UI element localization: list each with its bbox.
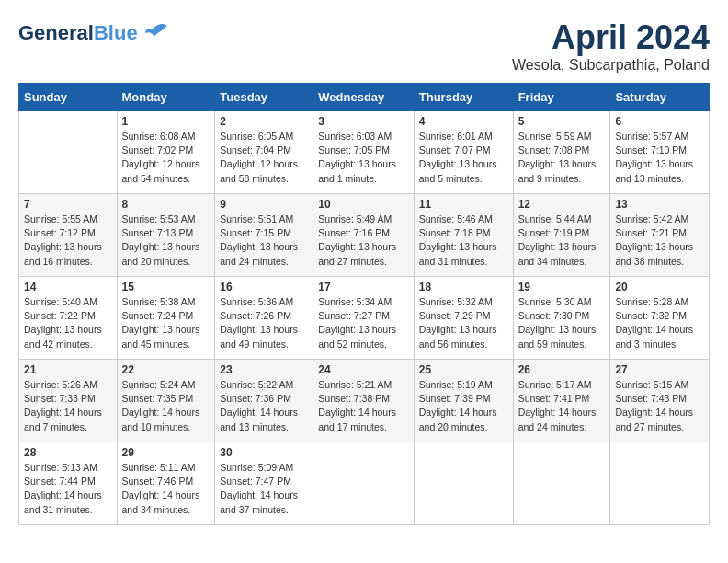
day-info: Sunrise: 6:01 AM Sunset: 7:07 PM Dayligh… xyxy=(419,130,508,186)
weekday-header-tuesday: Tuesday xyxy=(215,84,313,111)
calendar-body: 1Sunrise: 6:08 AM Sunset: 7:02 PM Daylig… xyxy=(19,111,710,525)
day-number: 14 xyxy=(24,281,112,293)
day-info: Sunrise: 5:49 AM Sunset: 7:16 PM Dayligh… xyxy=(318,213,408,269)
calendar-cell: 29Sunrise: 5:11 AM Sunset: 7:46 PM Dayli… xyxy=(117,442,215,525)
day-number: 5 xyxy=(518,115,606,128)
calendar-cell: 16Sunrise: 5:36 AM Sunset: 7:26 PM Dayli… xyxy=(215,277,313,360)
month-title: April 2024 xyxy=(512,18,710,57)
weekday-header-wednesday: Wednesday xyxy=(313,84,414,111)
day-number: 4 xyxy=(419,115,508,128)
calendar-cell: 25Sunrise: 5:19 AM Sunset: 7:39 PM Dayli… xyxy=(414,360,513,442)
day-info: Sunrise: 5:17 AM Sunset: 7:41 PM Dayligh… xyxy=(518,378,606,434)
location: Wesola, Subcarpathia, Poland xyxy=(512,57,710,74)
day-number: 29 xyxy=(122,446,210,459)
calendar-cell: 23Sunrise: 5:22 AM Sunset: 7:36 PM Dayli… xyxy=(215,360,313,442)
day-info: Sunrise: 5:11 AM Sunset: 7:46 PM Dayligh… xyxy=(122,461,210,517)
day-number: 18 xyxy=(419,281,508,293)
day-info: Sunrise: 6:03 AM Sunset: 7:05 PM Dayligh… xyxy=(318,130,408,186)
calendar-cell: 28Sunrise: 5:13 AM Sunset: 7:44 PM Dayli… xyxy=(19,442,118,525)
day-info: Sunrise: 6:05 AM Sunset: 7:04 PM Dayligh… xyxy=(220,130,308,186)
calendar-cell xyxy=(19,111,118,194)
day-number: 2 xyxy=(220,115,308,128)
day-info: Sunrise: 5:26 AM Sunset: 7:33 PM Dayligh… xyxy=(24,378,112,434)
day-info: Sunrise: 5:32 AM Sunset: 7:29 PM Dayligh… xyxy=(419,295,508,351)
calendar-cell: 4Sunrise: 6:01 AM Sunset: 7:07 PM Daylig… xyxy=(414,111,513,194)
calendar-cell: 19Sunrise: 5:30 AM Sunset: 7:30 PM Dayli… xyxy=(513,277,610,360)
calendar-cell: 6Sunrise: 5:57 AM Sunset: 7:10 PM Daylig… xyxy=(610,111,710,194)
calendar-cell: 18Sunrise: 5:32 AM Sunset: 7:29 PM Dayli… xyxy=(414,277,513,360)
calendar-week-5: 28Sunrise: 5:13 AM Sunset: 7:44 PM Dayli… xyxy=(19,442,710,525)
weekday-header-sunday: Sunday xyxy=(19,84,118,111)
weekday-header-friday: Friday xyxy=(513,84,610,111)
weekday-header-row: SundayMondayTuesdayWednesdayThursdayFrid… xyxy=(19,84,710,111)
calendar-cell: 20Sunrise: 5:28 AM Sunset: 7:32 PM Dayli… xyxy=(610,277,710,360)
logo-bird-icon xyxy=(142,18,171,48)
day-info: Sunrise: 5:22 AM Sunset: 7:36 PM Dayligh… xyxy=(220,378,308,434)
day-info: Sunrise: 5:21 AM Sunset: 7:38 PM Dayligh… xyxy=(318,378,408,434)
day-number: 27 xyxy=(615,363,704,376)
weekday-header-thursday: Thursday xyxy=(414,84,513,111)
day-number: 30 xyxy=(220,446,308,459)
day-info: Sunrise: 5:24 AM Sunset: 7:35 PM Dayligh… xyxy=(122,378,210,434)
calendar-cell: 17Sunrise: 5:34 AM Sunset: 7:27 PM Dayli… xyxy=(313,277,414,360)
calendar-cell: 14Sunrise: 5:40 AM Sunset: 7:22 PM Dayli… xyxy=(19,277,118,360)
logo-text: GeneralBlue xyxy=(18,22,138,44)
calendar-cell xyxy=(313,442,414,525)
calendar-cell xyxy=(414,442,513,525)
day-number: 28 xyxy=(24,446,112,459)
day-number: 16 xyxy=(220,281,308,293)
calendar-cell: 2Sunrise: 6:05 AM Sunset: 7:04 PM Daylig… xyxy=(215,111,313,194)
day-number: 9 xyxy=(220,198,308,211)
day-number: 23 xyxy=(220,363,308,376)
day-number: 15 xyxy=(122,281,210,293)
calendar-cell: 9Sunrise: 5:51 AM Sunset: 7:15 PM Daylig… xyxy=(215,194,313,277)
calendar-cell: 7Sunrise: 5:55 AM Sunset: 7:12 PM Daylig… xyxy=(19,194,118,277)
day-info: Sunrise: 5:53 AM Sunset: 7:13 PM Dayligh… xyxy=(122,213,210,269)
day-number: 7 xyxy=(24,198,112,211)
calendar-cell: 12Sunrise: 5:44 AM Sunset: 7:19 PM Dayli… xyxy=(513,194,610,277)
calendar-cell: 27Sunrise: 5:15 AM Sunset: 7:43 PM Dayli… xyxy=(610,360,710,442)
calendar-cell xyxy=(513,442,610,525)
day-number: 19 xyxy=(518,281,606,293)
calendar-week-4: 21Sunrise: 5:26 AM Sunset: 7:33 PM Dayli… xyxy=(19,360,710,442)
calendar-cell: 15Sunrise: 5:38 AM Sunset: 7:24 PM Dayli… xyxy=(117,277,215,360)
day-info: Sunrise: 5:46 AM Sunset: 7:18 PM Dayligh… xyxy=(419,213,508,269)
day-info: Sunrise: 5:59 AM Sunset: 7:08 PM Dayligh… xyxy=(518,130,606,186)
calendar-table: SundayMondayTuesdayWednesdayThursdayFrid… xyxy=(18,83,710,525)
day-info: Sunrise: 5:28 AM Sunset: 7:32 PM Dayligh… xyxy=(615,295,704,351)
calendar-cell: 26Sunrise: 5:17 AM Sunset: 7:41 PM Dayli… xyxy=(513,360,610,442)
calendar-header: SundayMondayTuesdayWednesdayThursdayFrid… xyxy=(19,84,710,111)
day-number: 6 xyxy=(615,115,704,128)
day-number: 1 xyxy=(122,115,210,128)
day-info: Sunrise: 5:15 AM Sunset: 7:43 PM Dayligh… xyxy=(615,378,704,434)
day-number: 20 xyxy=(615,281,704,293)
day-number: 17 xyxy=(318,281,408,293)
calendar-cell: 21Sunrise: 5:26 AM Sunset: 7:33 PM Dayli… xyxy=(19,360,118,442)
day-info: Sunrise: 5:44 AM Sunset: 7:19 PM Dayligh… xyxy=(518,213,606,269)
day-info: Sunrise: 5:36 AM Sunset: 7:26 PM Dayligh… xyxy=(220,295,308,351)
calendar-cell: 10Sunrise: 5:49 AM Sunset: 7:16 PM Dayli… xyxy=(313,194,414,277)
day-number: 22 xyxy=(122,363,210,376)
day-info: Sunrise: 5:19 AM Sunset: 7:39 PM Dayligh… xyxy=(419,378,508,434)
calendar-cell xyxy=(610,442,710,525)
calendar-cell: 11Sunrise: 5:46 AM Sunset: 7:18 PM Dayli… xyxy=(414,194,513,277)
calendar-week-2: 7Sunrise: 5:55 AM Sunset: 7:12 PM Daylig… xyxy=(19,194,710,277)
day-info: Sunrise: 5:42 AM Sunset: 7:21 PM Dayligh… xyxy=(615,213,704,269)
page-header: GeneralBlue April 2024 Wesola, Subcarpat… xyxy=(18,18,710,74)
calendar-cell: 22Sunrise: 5:24 AM Sunset: 7:35 PM Dayli… xyxy=(117,360,215,442)
day-number: 8 xyxy=(122,198,210,211)
day-info: Sunrise: 5:13 AM Sunset: 7:44 PM Dayligh… xyxy=(24,461,112,517)
calendar-cell: 3Sunrise: 6:03 AM Sunset: 7:05 PM Daylig… xyxy=(313,111,414,194)
title-section: April 2024 Wesola, Subcarpathia, Poland xyxy=(512,18,710,74)
day-info: Sunrise: 6:08 AM Sunset: 7:02 PM Dayligh… xyxy=(122,130,210,186)
weekday-header-monday: Monday xyxy=(117,84,215,111)
day-info: Sunrise: 5:38 AM Sunset: 7:24 PM Dayligh… xyxy=(122,295,210,351)
day-number: 11 xyxy=(419,198,508,211)
day-info: Sunrise: 5:34 AM Sunset: 7:27 PM Dayligh… xyxy=(318,295,408,351)
day-number: 3 xyxy=(318,115,408,128)
weekday-header-saturday: Saturday xyxy=(610,84,710,111)
day-number: 21 xyxy=(24,363,112,376)
calendar-cell: 13Sunrise: 5:42 AM Sunset: 7:21 PM Dayli… xyxy=(610,194,710,277)
day-info: Sunrise: 5:57 AM Sunset: 7:10 PM Dayligh… xyxy=(615,130,704,186)
day-number: 10 xyxy=(318,198,408,211)
